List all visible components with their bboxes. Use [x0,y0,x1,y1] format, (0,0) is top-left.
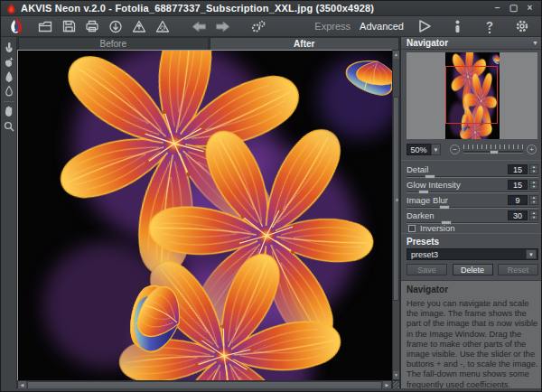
zoom-controls: 50% ▼ − + [406,143,538,156]
presets-title: Presets [406,237,439,247]
param-slider-handle[interactable] [425,174,435,179]
navigator-title: Navigator [406,38,448,48]
param-slider-handle[interactable] [439,205,450,210]
main-area: Before After [1,37,542,390]
param-value[interactable]: 15 [508,180,528,190]
print-button[interactable] [83,18,101,34]
navigator-thumbnail[interactable] [445,52,500,139]
param-label: Image Blur [406,195,448,205]
delete-preset-button[interactable]: Delete [453,264,493,275]
settings-panel: Navigator ▼ 50% ▼ − [400,37,542,390]
spin-down-icon: ▼ [530,201,537,204]
param-value[interactable]: 30 [508,210,528,220]
param-label: Glow Intensity [406,180,461,190]
window-frame [1,388,542,391]
separator [401,233,542,234]
share-button[interactable] [130,18,148,34]
close-button[interactable]: × [525,4,535,13]
spin-down-icon: ▼ [530,216,537,219]
param-value[interactable]: 15 [508,164,528,174]
value-spinner[interactable]: ▲▼ [529,210,538,220]
minimize-button[interactable]: – [492,4,502,13]
param-value[interactable]: 9 [508,195,528,205]
value-spinner[interactable]: ▲▼ [529,195,538,205]
zoom-in-button[interactable]: + [527,145,537,154]
inversion-checkbox[interactable] [408,225,416,232]
zoom-tool[interactable] [2,119,16,133]
maximize-button[interactable]: ▢ [509,4,519,13]
mode-advanced[interactable]: Advanced [360,21,404,32]
tools-panel [1,37,17,390]
hints-text: Here you can navigate and scale the imag… [406,299,538,390]
value-spinner[interactable]: ▲▼ [529,180,538,190]
param-label: Darken [406,210,435,220]
share-settings-button[interactable] [154,18,172,34]
smudge-tool[interactable] [2,55,16,69]
zoom-dropdown-icon[interactable]: ▼ [431,144,441,155]
zoom-out-button[interactable]: − [450,145,460,154]
title-bar[interactable]: AKVIS Neon v.2.0 - Fotolia_68877337_Subs… [1,1,541,16]
main-toolbar: Express Advanced ? [1,16,541,37]
window-title: AKVIS Neon v.2.0 - Fotolia_68877337_Subs… [21,3,374,14]
batch-processing-icon[interactable] [249,18,267,34]
zoom-slider[interactable] [463,144,523,155]
reset-preset-button[interactable]: Reset [498,264,538,275]
spin-down-icon: ▼ [530,170,537,173]
vertical-scrollbar[interactable]: ▲ ▼ [392,50,400,380]
navigator-view-frame[interactable] [445,66,498,123]
undo-icon[interactable] [190,18,208,34]
akvis-logo-icon[interactable] [6,17,26,35]
zoom-value[interactable]: 50% [406,144,431,155]
param-glow-intensity: Glow Intensity 15 ▲▼ [406,180,538,195]
hints-title: Navigator [406,285,538,294]
preset-select[interactable]: preset3 ▼ [406,248,538,260]
save-button[interactable] [60,18,78,34]
import-button[interactable] [107,18,125,34]
preferences-gear-icon[interactable] [513,18,531,34]
scroll-down-icon[interactable]: ▼ [393,371,399,379]
info-icon[interactable] [448,18,466,34]
chevron-down-icon[interactable]: ▼ [532,40,538,46]
image-area: Before After [17,37,400,390]
navigator-header[interactable]: Navigator ▼ [401,37,542,50]
save-preset-button[interactable]: Save [406,264,447,275]
param-image-blur: Image Blur 9 ▲▼ [406,195,538,210]
inversion-row: Inversion [408,223,455,233]
mode-express[interactable]: Express [314,21,350,32]
separator [401,160,542,161]
zoom-slider-ticks [463,145,523,149]
hints-panel: Navigator Here you can navigate and scal… [401,280,542,390]
glow-brush-tool[interactable] [2,70,16,83]
hand-tool[interactable] [2,105,16,118]
spin-down-icon: ▼ [530,185,537,189]
param-slider-handle[interactable] [418,190,429,194]
zoom-slider-handle[interactable] [490,150,499,154]
view-tabs: Before After [17,37,400,50]
tab-before[interactable]: Before [18,37,209,50]
navigator-thumbnail-area [406,52,537,139]
quick-preview-tool[interactable] [2,41,16,54]
help-icon[interactable]: ? [481,18,499,34]
redo-icon[interactable] [213,18,231,34]
inversion-label: Inversion [420,223,455,233]
vertical-scroll-thumb[interactable] [393,97,399,301]
eraser-tool[interactable] [2,84,16,98]
svg-text:?: ? [486,20,493,33]
app-window: AKVIS Neon v.2.0 - Fotolia_68877337_Subs… [0,0,542,392]
preset-buttons: Save Delete Reset [406,264,538,275]
value-spinner[interactable]: ▲▼ [529,164,538,174]
param-detail: Detail 15 ▲▼ [406,164,538,180]
tab-after[interactable]: After [210,37,400,50]
param-label: Detail [406,164,428,174]
image-canvas[interactable] [17,50,392,380]
preset-selected-value: preset3 [407,250,526,259]
app-flame-icon [6,4,16,14]
open-button[interactable] [36,18,54,34]
scroll-up-icon[interactable]: ▲ [393,51,399,59]
run-icon[interactable] [416,18,434,34]
tools-divider [4,101,14,102]
preset-dropdown-icon[interactable]: ▼ [526,249,537,259]
